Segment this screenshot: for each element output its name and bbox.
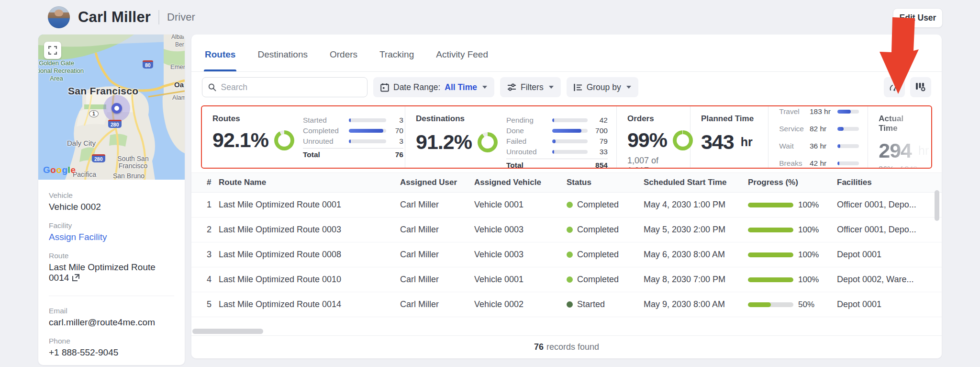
assigned-user: Carl Miller [400,200,474,210]
date-range-button[interactable]: Date Range: All Time [373,77,494,97]
search-input[interactable] [221,82,361,92]
search-icon [208,83,216,92]
assigned-user: Carl Miller [400,225,474,235]
tab-bar: Routes Destinations Orders Tracking Acti… [191,34,942,72]
gauge-icon [889,82,900,92]
status-cell: Started [567,299,644,310]
col-header-num[interactable]: # [191,178,219,187]
assigned-vehicle: Vehicle 0003 [474,225,567,235]
row-number: 3 [191,250,219,260]
col-header-progress[interactable]: Progress (%) [748,178,837,187]
page-header: Carl Miller Driver [48,5,195,30]
status-label: Completed [577,275,619,285]
travel-time-row: Travel 183 hr [779,107,859,116]
routes-total-row: Total 76 [303,148,403,159]
tab-routes[interactable]: Routes [204,49,236,71]
map-label-oakland: Oa [174,80,184,89]
col-header-assigned-vehicle[interactable]: Assigned Vehicle [474,178,567,187]
chevron-down-icon [626,86,631,89]
group-by-label: Group by [587,82,621,92]
edit-user-button[interactable]: Edit User [893,8,943,28]
breaks-time-row: Breaks 42 hr [779,159,859,168]
actual-time-title: Actual Time [879,114,923,133]
vehicle-label: Vehicle [49,191,174,200]
filters-button[interactable]: Filters [500,77,561,97]
map-label-berkeley: Ber [175,41,184,48]
status-dot [567,202,573,208]
horizontal-scrollbar[interactable] [192,329,263,334]
assigned-vehicle: Vehicle 0003 [474,250,567,260]
group-by-icon [574,83,582,92]
route-name[interactable]: Last Mile Optimized Route 0008 [219,250,400,260]
search-box[interactable] [202,77,368,97]
orders-fraction: 1,007 of 1,017 [627,156,681,169]
routes-started-row: Started 3 [303,115,403,126]
facilities-cell: Officer 0001, Depo... [837,225,942,235]
facilities-cell: Depot 0002, Ware... [837,275,942,285]
table-row[interactable]: 5 Last Mile Optimized Route 0014 Carl Mi… [191,292,942,317]
status-dot [567,301,573,308]
route-name[interactable]: Last Mile Optimized Route 0010 [219,275,400,285]
table-row[interactable]: 1 Last Mile Optimized Route 0001 Carl Mi… [191,193,942,218]
col-header-assigned-user[interactable]: Assigned User [400,178,474,187]
map-label-emeryville: Emery [170,63,185,70]
routes-stat-title: Routes [212,114,294,124]
status-label: Completed [577,200,619,210]
email-value: carl.miller@route4me.com [49,317,174,328]
phone-label: Phone [49,337,174,345]
map-label-san-francisco: San Francisco [68,85,138,97]
table-row[interactable]: 2 Last Mile Optimized Route 0003 Carl Mi… [191,218,942,242]
assign-facility-link[interactable]: Assign Facility [49,232,174,242]
row-number: 1 [191,200,219,210]
table-row[interactable]: 3 Last Mile Optimized Route 0008 Carl Mi… [191,242,942,267]
col-header-start-time[interactable]: Scheduled Start Time [644,178,748,187]
table-row[interactable]: 4 Last Mile Optimized Route 0010 Carl Mi… [191,267,942,292]
driver-sidebar: Golden Gate National Recreation Area San… [38,34,185,365]
col-header-route-name[interactable]: Route Name [219,178,400,187]
calendar-icon [380,83,389,92]
planned-time-title: Planned Time [701,114,759,124]
assigned-vehicle: Vehicle 0001 [474,200,567,210]
i280-shield-b: 280 [92,154,105,162]
route-value: Last Mile Optimized Route 0014 [49,262,174,284]
columns-settings-button[interactable] [910,77,931,97]
status-cell: Completed [567,225,644,235]
group-by-button[interactable]: Group by [567,77,638,97]
vertical-scrollbar[interactable] [935,190,939,221]
actual-time-fraction: 86% of 343 hr [879,165,923,169]
col-header-facilities[interactable]: Facilities [837,178,942,187]
map-fullscreen-button[interactable] [44,42,61,59]
fullscreen-icon [48,46,57,55]
table-footer: 76 records found [191,335,942,358]
row-number: 2 [191,225,219,235]
phone-value: +1 888-552-9045 [49,347,174,358]
status-label: Completed [577,250,619,260]
scheduled-start-time: May 6, 2030 8:00 AM [644,250,748,260]
user-role: Driver [158,10,195,24]
orders-donut-chart [673,130,693,150]
route-name[interactable]: Last Mile Optimized Route 0014 [219,299,400,310]
col-header-status[interactable]: Status [567,178,644,187]
progress-cell: 100% [748,275,837,285]
hwy-1-shield: 1 [89,110,99,117]
vehicle-value: Vehicle 0002 [49,202,174,212]
orders-stat-section: Orders 99% 1,007 of 1,017 [617,106,690,168]
route-name[interactable]: Last Mile Optimized Route 0001 [219,200,400,210]
external-link-icon[interactable] [72,274,80,284]
actual-time-section: Actual Time 294 hr 86% of 343 hr [868,106,931,168]
dashboard-summary-toggle-button[interactable] [884,77,905,97]
status-cell: Completed [567,250,644,260]
map-label-alameda: Alam [172,94,185,101]
tab-tracking[interactable]: Tracking [379,49,415,71]
routes-completed-row: Completed 70 [303,126,403,136]
actual-time-unit: hr [918,144,929,158]
location-map[interactable]: Golden Gate National Recreation Area San… [38,34,185,180]
progress-cell: 50% [748,300,837,310]
tab-destinations[interactable]: Destinations [256,49,309,71]
columns-gear-icon [915,82,926,92]
tab-activity-feed[interactable]: Activity Feed [435,49,489,71]
route-name[interactable]: Last Mile Optimized Route 0003 [219,225,400,235]
tab-orders[interactable]: Orders [329,49,358,71]
email-label: Email [49,307,174,315]
routes-donut-chart [274,130,294,150]
